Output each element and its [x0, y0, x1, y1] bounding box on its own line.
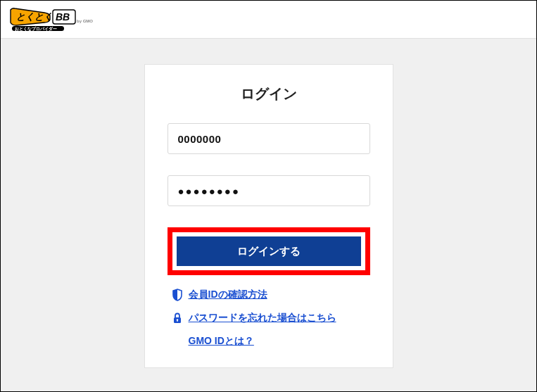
svg-rect-8: [177, 320, 177, 322]
svg-text:BB: BB: [56, 11, 70, 23]
password-input[interactable]: ●●●●●●●●: [168, 175, 370, 206]
login-button[interactable]: ログインする: [177, 236, 361, 266]
help-links: 会員IDの確認方法 パスワードを忘れた場合はこちら GMO IDとは？: [168, 288, 370, 348]
login-button-highlight: ログインする: [168, 227, 370, 275]
member-id-input[interactable]: [168, 123, 370, 154]
logo: とくとく BB おとくなプロバイダー by GMO: [9, 6, 94, 34]
login-card: ログイン ●●●●●●●● ログインする 会員IDの確認方法: [144, 64, 393, 368]
gmo-id-link[interactable]: GMO IDとは？: [189, 335, 254, 346]
svg-text:by GMO: by GMO: [77, 19, 93, 23]
login-title: ログイン: [168, 84, 370, 103]
svg-text:とくとく: とくとく: [16, 11, 53, 22]
forgot-password-link[interactable]: パスワードを忘れた場合はこちら: [189, 311, 336, 324]
shield-icon: [172, 289, 183, 304]
lock-icon: [172, 312, 183, 327]
svg-text:おとくなプロバイダー: おとくなプロバイダー: [15, 25, 57, 31]
header-bar: とくとく BB おとくなプロバイダー by GMO: [1, 1, 536, 39]
confirm-id-link[interactable]: 会員IDの確認方法: [189, 288, 267, 301]
